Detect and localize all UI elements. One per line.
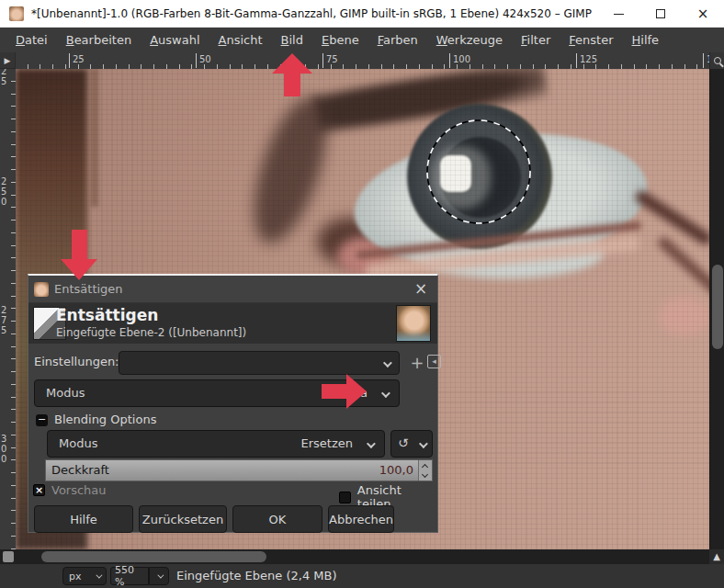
- vertical-scrollbar[interactable]: [709, 69, 724, 549]
- dialog-button-row: HilfeZurücksetzenOKAbbrechen: [34, 505, 433, 533]
- zoom-level-input[interactable]: 550 %: [110, 567, 149, 585]
- v-ruler-label: 300: [1, 434, 12, 464]
- annotation-arrow-right-head: [346, 374, 367, 409]
- blend-mode-dropdown[interactable]: Modus Ersetzen: [47, 430, 385, 458]
- zoom-dropdown-button[interactable]: [149, 567, 169, 585]
- window-title: *[Unbenannt]-1.0 (RGB-Farben 8-Bit-Gamma…: [31, 7, 592, 20]
- dialog-header-subtitle: Eingefügte Ebene-2 ([Unbenannt]): [56, 326, 246, 339]
- h-ruler-label: 125: [576, 53, 597, 68]
- magnifier-icon: [714, 57, 721, 64]
- gimp-window: *[Unbenannt]-1.0 (RGB-Farben 8-Bit-Gamma…: [0, 0, 724, 588]
- chevron-down-icon: [381, 389, 390, 398]
- split-view-checkbox[interactable]: [339, 492, 351, 503]
- preview-checkbox[interactable]: ×: [33, 484, 45, 496]
- minimize-icon: [614, 14, 624, 15]
- blend-reset-button[interactable]: ↺: [390, 430, 433, 458]
- v-ruler-label: 225: [1, 69, 12, 86]
- menu-item[interactable]: Filter: [513, 29, 559, 51]
- navigation-preview-button[interactable]: ▲: [709, 549, 724, 564]
- maximize-button[interactable]: [639, 0, 682, 28]
- dialog-header-title: Entsättigen: [56, 306, 158, 324]
- menu-item[interactable]: Bearbeiten: [58, 29, 140, 51]
- horizontal-scrollbar[interactable]: [16, 549, 709, 564]
- menu-item[interactable]: Hilfe: [624, 29, 668, 51]
- blend-mode-value: Ersetzen: [301, 436, 354, 450]
- menu-item[interactable]: Datei: [7, 29, 56, 51]
- scrollbar-corner: [0, 549, 16, 564]
- menu-item[interactable]: Fenster: [560, 29, 621, 51]
- dialog-button[interactable]: Zurücksetzen: [139, 505, 227, 533]
- vertical-ruler[interactable]: 225 250 275 300: [0, 69, 16, 549]
- menubar: DateiBearbeitenAuswahlAnsichtBildEbeneFa…: [0, 28, 724, 52]
- annotation-arrow-up-stem: [284, 74, 300, 96]
- blend-mode-label: Modus: [59, 436, 97, 450]
- dialog-button[interactable]: OK: [232, 505, 322, 533]
- h-ruler-label: 25: [69, 53, 85, 68]
- desaturate-dialog: Entsättigen × Entsättigen Eingefügte Ebe…: [28, 274, 438, 533]
- h-ruler-label: 50: [196, 53, 211, 68]
- close-button[interactable]: ×: [682, 0, 724, 28]
- minimize-button[interactable]: [597, 0, 639, 28]
- corner-square-icon: [3, 551, 14, 562]
- ruler-origin-button[interactable]: ▶: [0, 52, 16, 69]
- unit-value: px: [69, 571, 82, 582]
- menu-item[interactable]: Auswahl: [141, 29, 208, 51]
- h-ruler-label: 150: [703, 53, 709, 68]
- window-titlebar: *[Unbenannt]-1.0 (RGB-Farben 8-Bit-Gamma…: [0, 0, 724, 28]
- horizontal-scrollbar-thumb[interactable]: [41, 551, 266, 562]
- play-triangle-icon: ▶: [5, 56, 11, 65]
- reset-icon: ↺: [398, 435, 409, 450]
- horizontal-ruler[interactable]: 25 50 75 100 125 150: [16, 52, 709, 69]
- chevron-down-icon: [157, 571, 164, 578]
- manage-presets-button[interactable]: ◂: [427, 355, 441, 368]
- annotation-arrow-up-head: [272, 53, 312, 74]
- blending-options-expander[interactable]: −: [36, 414, 48, 426]
- h-ruler-label: 100: [449, 53, 470, 68]
- spin-down-icon: [422, 471, 428, 478]
- dialog-header: Entsättigen Eingefügte Ebene-2 ([Unbenan…: [28, 303, 437, 344]
- layer-thumbnail: [396, 305, 431, 342]
- dialog-icon: [34, 282, 49, 297]
- opacity-value: 100,0: [379, 463, 413, 477]
- maximize-icon: [656, 9, 665, 18]
- opacity-label: Deckkraft: [51, 463, 109, 477]
- dialog-button[interactable]: Abbrechen: [328, 505, 394, 533]
- zoom-follow-window-button[interactable]: [709, 52, 724, 69]
- menu-item[interactable]: Ebene: [313, 29, 368, 51]
- opacity-slider[interactable]: Deckkraft 100,0: [45, 459, 433, 481]
- preview-label: Vorschau: [51, 483, 107, 497]
- h-ruler-label: 75: [322, 53, 338, 68]
- chevron-down-icon: [419, 439, 428, 448]
- annotation-arrow-down-stem: [72, 230, 87, 259]
- mode-label: Modus: [46, 386, 85, 400]
- app-icon: [9, 6, 24, 21]
- vertical-scrollbar-thumb[interactable]: [712, 265, 723, 349]
- annotation-arrow-right-stem: [322, 384, 347, 399]
- spin-up-icon: [422, 464, 428, 470]
- menu-item[interactable]: Ansicht: [210, 29, 271, 51]
- presets-label: Einstellungen:: [34, 355, 119, 368]
- status-message: Eingefügte Ebene (2,4 MB): [176, 569, 337, 582]
- chevron-down-icon: [367, 439, 376, 448]
- annotation-arrow-down-head: [61, 259, 97, 280]
- statusbar: px 550 % Eingefügte Ebene (2,4 MB): [0, 564, 724, 588]
- v-ruler-label: 250: [1, 176, 12, 207]
- menu-item[interactable]: Bild: [273, 29, 311, 51]
- unit-dropdown[interactable]: px: [62, 567, 107, 585]
- menu-item[interactable]: Farben: [369, 29, 426, 51]
- menu-item[interactable]: Werkzeuge: [428, 29, 511, 51]
- presets-dropdown[interactable]: [119, 351, 400, 375]
- chevron-down-icon: [383, 358, 392, 368]
- dialog-close-button[interactable]: ×: [412, 279, 430, 298]
- blending-options-label: Blending Options: [54, 413, 156, 426]
- add-preset-button[interactable]: +: [407, 351, 427, 375]
- chevron-down-icon: [96, 571, 102, 578]
- opacity-spinner[interactable]: [418, 460, 432, 481]
- dialog-title: Entsättigen: [54, 282, 123, 296]
- dialog-button[interactable]: Hilfe: [34, 505, 133, 533]
- v-ruler-label: 275: [1, 305, 12, 335]
